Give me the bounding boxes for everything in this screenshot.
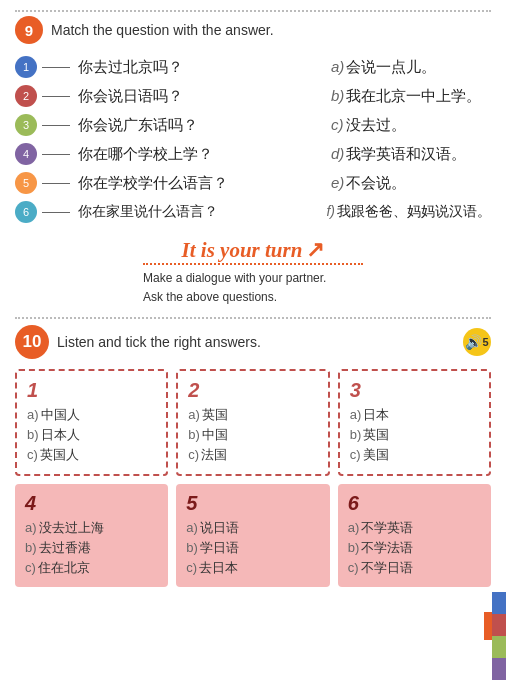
answer-box-2: 2 a)英国 b)中国 c)法国 [176,369,329,476]
match-num-4: 4 [15,143,37,165]
answer-grid-bottom: 4 a)没去过上海 b)去过香港 c)住在北京 5 a)说日语 b)学日语 c)… [15,484,491,587]
box-6-opt-c: c)不学日语 [348,559,481,577]
box-num-2: 2 [188,379,317,402]
match-blank-4 [42,154,70,155]
box-5-opt-b: b)学日语 [186,539,319,557]
match-blank-3 [42,125,70,126]
match-questions: 1 你去过北京吗？ a)会说一点儿。 2 你会说日语吗？ b)我在北京一中上学。… [15,56,491,223]
box-4-opt-a: a)没去过上海 [25,519,158,537]
answer-box-4: 4 a)没去过上海 b)去过香港 c)住在北京 [15,484,168,587]
match-answer-1: a)会说一点儿。 [331,58,491,77]
match-question-4: 你在哪个学校上学？ [42,145,331,164]
match-row-1: 1 你去过北京吗？ a)会说一点儿。 [15,56,491,78]
box-5-opt-c: c)去日本 [186,559,319,577]
section9-header: 9 Match the question with the answer. [15,16,491,44]
audio-badge[interactable]: 🔊 5 [463,328,491,356]
box-4-opt-b: b)去过香港 [25,539,158,557]
answer-box-6: 6 a)不学英语 b)不学法语 c)不学日语 [338,484,491,587]
answer-grid-top: 1 a)中国人 b)日本人 c)英国人 2 a)英国 b)中国 c)法国 3 a… [15,369,491,476]
match-answer-5: e)不会说。 [331,174,491,193]
color-strips [492,592,506,680]
section10-area: 10 Listen and tick the right answers. 🔊 … [15,317,491,587]
match-row-4: 4 你在哪个学校上学？ d)我学英语和汉语。 [15,143,491,165]
match-row-6: 6 你在家里说什么语言？ f)我跟爸爸、妈妈说汉语。 [15,201,491,223]
box-2-opt-b: b)中国 [188,426,317,444]
match-blank-6 [42,212,70,213]
match-row-3: 3 你会说广东话吗？ c)没去过。 [15,114,491,136]
match-row-2: 2 你会说日语吗？ b)我在北京一中上学。 [15,85,491,107]
box-2-opt-c: c)法国 [188,446,317,464]
section9-instruction: Match the question with the answer. [51,22,274,38]
match-question-6: 你在家里说什么语言？ [42,203,326,221]
color-strip-blue [492,592,506,614]
color-strip-purple [492,658,506,680]
match-answer-6: f)我跟爸爸、妈妈说汉语。 [326,203,491,221]
box-num-3: 3 [350,379,479,402]
color-strip-green [492,636,506,658]
match-num-6: 6 [15,201,37,223]
match-num-5: 5 [15,172,37,194]
your-turn-title: It is your turn [182,238,303,263]
match-blank-2 [42,96,70,97]
your-turn-line2: Ask the above questions. [143,290,277,304]
match-num-2: 2 [15,85,37,107]
match-row-5: 5 你在学校学什么语言？ e)不会说。 [15,172,491,194]
your-turn-section: It is your turn ↗ Make a dialogue with y… [15,237,491,307]
match-blank-1 [42,67,70,68]
match-num-3: 3 [15,114,37,136]
match-question-2: 你会说日语吗？ [42,87,331,106]
box-num-5: 5 [186,492,319,515]
box-num-1: 1 [27,379,156,402]
color-strip-red [492,614,506,636]
match-question-3: 你会说广东话吗？ [42,116,331,135]
box-6-opt-a: a)不学英语 [348,519,481,537]
match-blank-5 [42,183,70,184]
section10-header: 10 Listen and tick the right answers. 🔊 … [15,325,491,359]
box-3-opt-a: a)日本 [350,406,479,424]
box-3-opt-c: c)美国 [350,446,479,464]
box-6-opt-b: b)不学法语 [348,539,481,557]
section10-instruction: Listen and tick the right answers. [57,334,463,350]
box-5-opt-a: a)说日语 [186,519,319,537]
match-num-1: 1 [15,56,37,78]
box-num-4: 4 [25,492,158,515]
section10-number: 10 [15,325,49,359]
match-answer-4: d)我学英语和汉语。 [331,145,491,164]
box-2-opt-a: a)英国 [188,406,317,424]
match-answer-2: b)我在北京一中上学。 [331,87,491,106]
answer-box-5: 5 a)说日语 b)学日语 c)去日本 [176,484,329,587]
match-answer-3: c)没去过。 [331,116,491,135]
match-question-5: 你在学校学什么语言？ [42,174,331,193]
answer-box-3: 3 a)日本 b)英国 c)美国 [338,369,491,476]
box-1-opt-c: c)英国人 [27,446,156,464]
box-4-opt-c: c)住在北京 [25,559,158,577]
section9-number: 9 [15,16,43,44]
match-question-1: 你去过北京吗？ [42,58,331,77]
turn-arrow-icon: ↗ [306,237,324,263]
your-turn-line1: Make a dialogue with your partner. [143,271,326,285]
box-1-opt-b: b)日本人 [27,426,156,444]
box-1-opt-a: a)中国人 [27,406,156,424]
box-3-opt-b: b)英国 [350,426,479,444]
answer-box-1: 1 a)中国人 b)日本人 c)英国人 [15,369,168,476]
box-num-6: 6 [348,492,481,515]
